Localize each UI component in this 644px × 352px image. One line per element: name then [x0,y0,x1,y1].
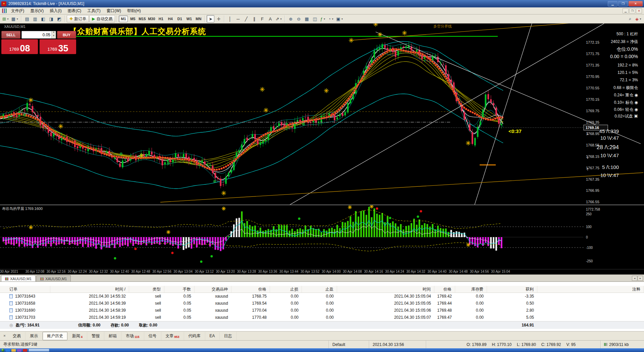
horizontal-line-button[interactable]: ─ [234,15,242,23]
volume-up-icon[interactable]: ▲ [52,31,56,35]
taskbar-app-button[interactable] [29,349,49,352]
text-label-button[interactable]: A [266,15,274,23]
bottom-tab-2[interactable]: 账户历史 [43,332,67,340]
col-header-id[interactable]: 订单 [0,286,50,293]
timeframe-m1-button[interactable]: M1 [119,15,128,22]
maximize-button[interactable]: ❒ [618,1,628,6]
tab-scroll-right-icon[interactable]: ► [638,276,643,281]
autotrading-button[interactable]: ▶自动交易 [89,15,115,23]
periods-button[interactable]: ◔▼ [327,15,335,23]
taskbar-icon-folder[interactable] [11,349,16,352]
bottom-tab-4[interactable]: 警报 [87,332,104,340]
fibonacci-button[interactable]: F [258,15,266,23]
zoom-in-button[interactable]: ⊕ [287,15,294,23]
timeframe-mn-button[interactable]: MN [194,15,203,22]
taskbar-icon-mt4[interactable] [23,349,27,352]
start-button[interactable] [1,349,4,352]
col-header-tp[interactable]: 止盈 [302,286,337,293]
bottom-tab-7[interactable]: 信号 [144,332,161,340]
col-header-price-close[interactable]: 价格 [434,286,455,293]
taskbar-icon-browser[interactable] [6,349,10,352]
new-chart-button[interactable]: ⊞▼ [1,15,10,23]
col-header-time-open[interactable]: 时间 / [50,286,129,293]
bottom-tab-10[interactable]: EA [205,332,220,340]
menu-item-1[interactable]: 显示(V) [27,7,47,15]
menu-item-0[interactable]: 文件(F) [8,7,27,15]
bottom-tab-0[interactable]: 交易 [8,332,25,340]
menu-item-3[interactable]: 图表(C) [65,7,85,15]
menu-item-6[interactable]: 帮助(H) [124,7,144,15]
bottom-tab-1[interactable]: 展示 [25,332,43,340]
chart-window[interactable]: 1772.151771.751771.351770.951770.551770.… [0,24,644,281]
volume-input[interactable] [22,31,51,38]
bottom-tab-5[interactable]: 邮箱 [104,332,121,340]
vertical-line-button[interactable]: │ [226,15,234,23]
timeframe-h1-button[interactable]: H1 [156,15,165,22]
col-header-symbol[interactable]: 交易品种 [195,286,231,293]
market-watch-button[interactable]: ▤ [23,15,31,23]
zoom-out-button[interactable]: ⊖ [295,15,303,23]
cascade-windows-button[interactable]: ◫ [311,15,319,23]
col-header-price-open[interactable]: 价格 [231,286,270,293]
bottom-tab-11[interactable]: 日志 [220,332,237,340]
data-window-button[interactable]: ▥ [31,15,39,23]
bottom-tab-6[interactable]: 市场115 [121,332,144,340]
mql5-community-button[interactable]: ◈▼ [634,15,643,23]
col-header-profit[interactable]: 获利 [487,286,537,293]
crosshair-button[interactable]: ✛ [215,15,222,23]
profiles-button[interactable]: ▦▼ [10,15,19,23]
channel-button[interactable]: ∥ [250,15,258,23]
menu-item-5[interactable]: 窗口(W) [104,7,124,15]
buy-button[interactable]: BUY [57,31,76,39]
child-minimize-icon[interactable]: ▁ [623,8,629,13]
menu-item-2[interactable]: 插入(I) [47,7,64,15]
bottom-tab-8[interactable]: 文章953 [161,332,184,340]
close-button[interactable]: ✕ [629,1,643,6]
timeframe-w1-button[interactable]: W1 [184,15,194,22]
taskbar-icon-media[interactable] [17,349,21,352]
timeframe-d1-button[interactable]: D1 [175,15,184,22]
bottom-tab-9[interactable]: 代码库 [184,332,205,340]
sell-price-box[interactable]: 1769 08 [1,39,38,54]
volume-down-icon[interactable]: ▼ [52,35,56,39]
tile-windows-button[interactable]: ▦ [303,15,311,23]
timeframe-m5-button[interactable]: M5 [128,15,137,22]
buy-price-box[interactable]: 1769 35 [40,39,76,54]
bottom-tab-3[interactable]: 新闻4 [68,332,87,340]
child-close-icon[interactable]: ✕ [636,8,642,13]
menu-item-4[interactable]: 工具(T) [84,7,103,15]
status-profile[interactable]: Default [329,341,369,348]
navigator-button[interactable]: ◧ [39,15,47,23]
search-button[interactable]: ⌕ [626,15,634,23]
timeframe-m15-button[interactable]: M15 [138,15,147,22]
col-header-time-close[interactable]: 时间 [337,286,434,293]
new-order-button[interactable]: ✚新订单 [67,15,89,23]
cursor-button[interactable]: ➤ [207,15,214,23]
chart-tab-0[interactable]: XAUUSD,M1 [1,275,36,281]
col-header-type[interactable]: 类型 [129,286,164,293]
col-header-swap[interactable]: 库存费 [455,286,487,293]
templates-button[interactable]: ▣▼ [335,15,344,23]
col-header-comment[interactable]: 注释 [537,286,644,293]
indicators-button[interactable]: ƒ▼ [319,15,327,23]
col-header-lots[interactable]: 手数 [164,286,195,293]
trendline-button[interactable]: ╱ [242,15,250,23]
table-row[interactable]: 1307316582021.04.30 14:56:39sell0.05xauu… [0,300,644,307]
status-connection[interactable]: 2903/11 kb [600,341,644,348]
table-row[interactable]: 1307316432021.04.30 14:55:32sell0.05xauu… [0,293,644,300]
timeframe-h4-button[interactable]: H4 [166,15,175,22]
chart-tab-1[interactable]: XAUUSD,M1 [36,275,71,281]
strategy-tester-button[interactable]: ◩ [55,15,63,23]
sell-button[interactable]: SELL [1,31,20,39]
table-row[interactable]: 1307316902021.04.30 14:58:39sell0.05xauu… [0,307,644,314]
arrows-tool-button[interactable]: ⇗▼ [274,15,283,23]
volume-stepper[interactable]: ▲▼ [51,31,56,38]
minimize-button[interactable]: ▁ [608,1,618,6]
col-header-sl[interactable]: 止损 [270,286,302,293]
terminal-button[interactable]: ◨ [47,15,55,23]
timeframe-m30-button[interactable]: M30 [147,15,156,22]
table-row[interactable]: 1307317032021.04.30 14:59:19sell0.05xauu… [0,314,644,321]
panel-close-icon[interactable]: ✕ [2,334,7,339]
child-restore-icon[interactable]: ❒ [629,8,635,13]
tab-scroll-left-icon[interactable]: ◄ [632,276,637,281]
